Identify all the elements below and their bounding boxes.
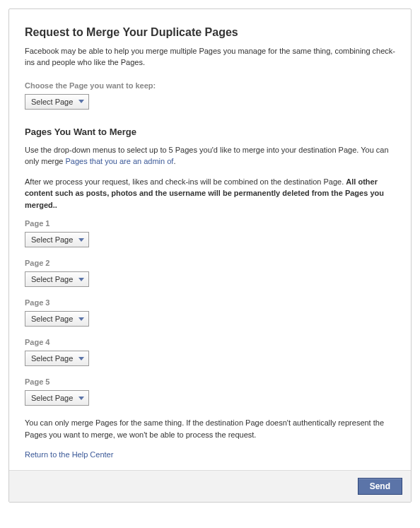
process-note-plain: After we process your request, likes and… [25, 177, 346, 186]
chevron-down-icon [78, 317, 84, 321]
lead-text: Facebook may be able to help you merge m… [25, 46, 395, 69]
merge-intro-suffix: . [173, 157, 175, 165]
dropdown-text: Select Page [31, 353, 73, 364]
process-note: After we process your request, likes and… [25, 176, 395, 211]
dropdown-text: Select Page [31, 96, 73, 107]
page-4-label: Page 4 [25, 338, 395, 346]
chevron-down-icon [78, 100, 84, 103]
page-3-dropdown[interactable]: Select Page [25, 311, 89, 327]
admin-pages-link[interactable]: Pages that you are an admin of [65, 157, 173, 165]
dropdown-text: Select Page [31, 313, 73, 324]
chevron-down-icon [78, 278, 84, 281]
chevron-down-icon [78, 357, 84, 360]
merge-heading: Pages You Want to Merge [25, 127, 395, 137]
page-title: Request to Merge Your Duplicate Pages [25, 26, 395, 39]
dropdown-text: Select Page [31, 274, 73, 285]
chevron-down-icon [78, 238, 84, 242]
authenticity-note: You can only merge Pages for the same th… [25, 417, 395, 440]
page-1-block: Page 1 Select Page [25, 219, 395, 247]
chevron-down-icon [78, 397, 84, 400]
page-5-block: Page 5 Select Page [25, 377, 395, 406]
panel-footer: Send [9, 470, 411, 502]
page-5-label: Page 5 [25, 377, 395, 386]
dropdown-text: Select Page [31, 234, 73, 245]
panel-content: Request to Merge Your Duplicate Pages Fa… [9, 9, 411, 470]
page-4-block: Page 4 Select Page [25, 338, 395, 366]
page-2-label: Page 2 [25, 259, 395, 267]
merge-panel: Request to Merge Your Duplicate Pages Fa… [8, 8, 412, 503]
dropdown-text: Select Page [31, 392, 73, 404]
send-button[interactable]: Send [358, 478, 402, 495]
page-4-dropdown[interactable]: Select Page [25, 351, 89, 366]
page-1-dropdown[interactable]: Select Page [25, 232, 89, 247]
page-3-label: Page 3 [25, 298, 395, 307]
page-2-dropdown[interactable]: Select Page [25, 271, 89, 287]
page-2-block: Page 2 Select Page [25, 259, 395, 287]
keep-page-dropdown[interactable]: Select Page [25, 94, 89, 110]
keep-page-label: Choose the Page you want to keep: [25, 81, 395, 90]
help-center-link[interactable]: Return to the Help Center [25, 450, 113, 459]
page-3-block: Page 3 Select Page [25, 298, 395, 327]
merge-intro: Use the drop-down menus to select up to … [25, 144, 395, 168]
page-1-label: Page 1 [25, 219, 395, 228]
page-5-dropdown[interactable]: Select Page [25, 390, 89, 406]
